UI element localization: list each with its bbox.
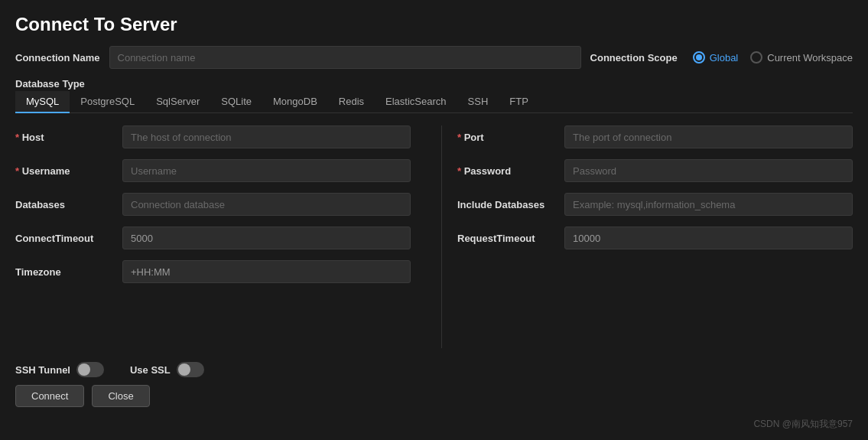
- request-timeout-label: RequestTimeout: [457, 233, 557, 244]
- tab-mysql[interactable]: MySQL: [15, 91, 70, 113]
- databases-row: Databases: [15, 193, 411, 216]
- footer-text: CSDN @南风知我意957: [15, 415, 853, 431]
- port-label: Port: [457, 132, 557, 143]
- include-databases-label: Include Databases: [457, 199, 557, 210]
- port-input[interactable]: [564, 125, 853, 148]
- conn-name-label: Connection Name: [15, 52, 100, 64]
- scope-global-option[interactable]: Global: [693, 51, 739, 64]
- tab-sqlserver[interactable]: SqlServer: [145, 91, 210, 113]
- password-row: Password: [457, 159, 853, 182]
- db-type-tabs: MySQL PostgreSQL SqlServer SQLite MongoD…: [15, 91, 853, 113]
- col-divider: [441, 125, 442, 348]
- db-type-title: Database Type: [15, 78, 853, 90]
- ssh-tunnel-label: SSH Tunnel: [15, 364, 70, 376]
- tab-redis[interactable]: Redis: [328, 91, 375, 113]
- include-databases-row: Include Databases: [457, 193, 853, 216]
- scope-global-label: Global: [710, 52, 739, 64]
- connect-button[interactable]: Connect: [15, 385, 84, 407]
- timezone-row: Timezone: [15, 260, 411, 283]
- databases-input[interactable]: [122, 193, 411, 216]
- username-label: Username: [15, 165, 115, 177]
- username-row: Username: [15, 159, 411, 182]
- tab-ssh[interactable]: SSH: [457, 91, 499, 113]
- username-input[interactable]: [122, 159, 411, 182]
- request-timeout-row: RequestTimeout: [457, 227, 853, 249]
- db-type-section: Database Type MySQL PostgreSQL SqlServer…: [15, 78, 853, 113]
- ssh-tunnel-toggle[interactable]: [76, 362, 104, 377]
- password-input[interactable]: [564, 159, 853, 182]
- tab-sqlite[interactable]: SQLite: [210, 91, 262, 113]
- connect-timeout-row: ConnectTimeout: [15, 227, 411, 249]
- use-ssl-toggle[interactable]: [177, 362, 204, 377]
- scope-label: Connection Scope: [590, 52, 678, 64]
- fields-section: Host Username Databases ConnectTimeout T…: [15, 125, 853, 348]
- scope-section: Connection Scope Global Current Workspac…: [590, 51, 853, 64]
- scope-workspace-radio[interactable]: [750, 51, 762, 64]
- scope-radio-group: Global Current Workspace: [693, 51, 853, 64]
- page-title: Connect To Server: [15, 14, 853, 35]
- use-ssl-label: Use SSL: [130, 364, 171, 376]
- host-row: Host: [15, 125, 411, 148]
- databases-label: Databases: [15, 199, 115, 210]
- password-label: Password: [457, 165, 557, 177]
- main-container: Connect To Server Connection Name Connec…: [0, 0, 868, 440]
- request-timeout-input[interactable]: [564, 227, 853, 249]
- fields-left-col: Host Username Databases ConnectTimeout T…: [15, 125, 434, 348]
- scope-workspace-option[interactable]: Current Workspace: [750, 51, 853, 64]
- scope-workspace-label: Current Workspace: [767, 52, 853, 64]
- ssh-tunnel-group: SSH Tunnel: [15, 362, 104, 377]
- fields-right-col: Port Password Include Databases RequestT…: [450, 125, 853, 348]
- top-row: Connection Name Connection Scope Global …: [15, 46, 853, 69]
- timezone-input[interactable]: [122, 260, 411, 283]
- tab-mongodb[interactable]: MongoDB: [262, 91, 328, 113]
- toggles-row: SSH Tunnel Use SSL: [15, 362, 853, 377]
- action-buttons: Connect Close: [15, 385, 853, 407]
- port-row: Port: [457, 125, 853, 148]
- tab-elasticsearch[interactable]: ElasticSearch: [375, 91, 457, 113]
- tab-postgresql[interactable]: PostgreSQL: [70, 91, 145, 113]
- use-ssl-group: Use SSL: [130, 362, 204, 377]
- tab-ftp[interactable]: FTP: [499, 91, 539, 113]
- timezone-label: Timezone: [15, 266, 115, 278]
- connection-name-input[interactable]: [109, 46, 581, 69]
- connect-timeout-label: ConnectTimeout: [15, 233, 115, 244]
- connect-timeout-input[interactable]: [122, 227, 411, 249]
- include-databases-input[interactable]: [564, 193, 853, 216]
- host-label: Host: [15, 132, 115, 143]
- host-input[interactable]: [122, 125, 411, 148]
- close-button[interactable]: Close: [92, 385, 149, 407]
- scope-global-radio[interactable]: [693, 51, 705, 64]
